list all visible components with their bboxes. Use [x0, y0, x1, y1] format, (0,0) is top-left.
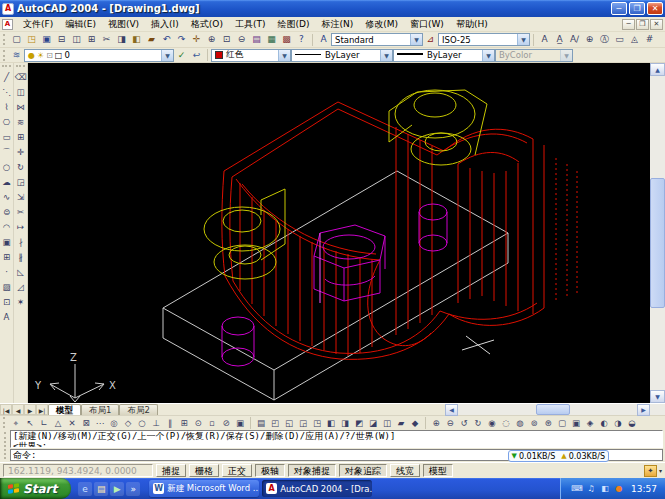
spline-icon[interactable]: ∿ — [0, 190, 13, 205]
menu-format[interactable]: 格式(O) — [185, 17, 229, 32]
plot-icon[interactable]: ⊟ — [54, 33, 69, 46]
array-icon[interactable]: ⊞ — [14, 130, 27, 145]
right-view-icon[interactable]: ◳ — [310, 417, 324, 429]
child-minimize-button[interactable]: ─ — [622, 19, 635, 30]
layer-manager-icon[interactable]: ≋ — [9, 49, 24, 62]
horizontal-scrollbar[interactable]: ◀ ▶ — [445, 404, 650, 415]
3d-orbit-icon[interactable]: ↺ — [457, 417, 471, 429]
polygon-icon[interactable]: ⎔ — [0, 115, 13, 130]
back-clip-icon[interactable]: ⊛ — [541, 417, 555, 429]
menu-help[interactable]: 帮助(H) — [450, 17, 494, 32]
scroll-down-icon[interactable]: ▼ — [650, 390, 665, 403]
layer-combo[interactable]: ● ☀ ⊡ □ 0 ▼ — [24, 49, 174, 62]
toolbar-grip[interactable] — [16, 65, 25, 69]
chevron-down-icon[interactable]: ▼ — [161, 50, 173, 61]
publish-icon[interactable]: ⊞ — [84, 33, 99, 46]
toolbar-grip[interactable] — [3, 34, 7, 45]
redo-icon[interactable]: ↷ — [174, 33, 189, 46]
front-view-icon[interactable]: ◧ — [324, 417, 338, 429]
next-tab-button[interactable]: ▶ — [24, 404, 36, 415]
tab-layout1[interactable]: 布局1 — [81, 404, 119, 415]
chevron-down-icon[interactable]: ▼ — [482, 50, 494, 61]
3d-swivel-icon[interactable]: ◉ — [485, 417, 499, 429]
pan-icon[interactable]: ✛ — [189, 33, 204, 46]
flat-shaded-icon[interactable]: ◐ — [597, 417, 611, 429]
break-icon[interactable]: ∦ — [14, 250, 27, 265]
line-icon[interactable]: ╱ — [0, 70, 13, 85]
vertical-scroll-thumb[interactable] — [650, 178, 665, 308]
open-icon[interactable]: ◳ — [24, 33, 39, 46]
copy-object-icon[interactable]: ◫ — [14, 85, 27, 100]
communication-center-icon[interactable]: ✦ — [644, 465, 657, 477]
text-style-combo[interactable]: Standard ▼ — [331, 33, 423, 46]
trim-icon[interactable]: ✂ — [14, 205, 27, 220]
top-view-icon[interactable]: ◰ — [268, 417, 282, 429]
continuous-orbit-icon[interactable]: ↻ — [471, 417, 485, 429]
toggle-snap[interactable]: 捕捉 — [156, 464, 186, 477]
task-autocad[interactable]: A AutoCAD 2004 - [Dra... — [262, 480, 372, 497]
chamfer-icon[interactable]: ◺ — [14, 265, 27, 280]
paste-icon[interactable]: ◧ — [129, 33, 144, 46]
zoom-realtime-icon[interactable]: ⊕ — [204, 33, 219, 46]
zoom-window-icon[interactable]: ⊡ — [219, 33, 234, 46]
horizontal-scroll-track[interactable] — [458, 404, 637, 415]
minimize-button[interactable]: ─ — [611, 2, 627, 15]
ellipse-arc-icon[interactable]: ◠ — [0, 220, 13, 235]
new-icon[interactable]: ▢ — [9, 33, 24, 46]
toolbar-grip[interactable] — [3, 50, 7, 61]
chevron-down-icon[interactable]: ▼ — [380, 50, 392, 61]
snap-from-icon[interactable]: ↖ — [23, 417, 37, 429]
bottom-view-icon[interactable]: ◱ — [282, 417, 296, 429]
horizontal-scroll-thumb[interactable] — [536, 404, 570, 415]
help-icon[interactable]: ? — [294, 33, 309, 46]
make-block-icon[interactable]: ⊞ — [0, 250, 13, 265]
tab-layout2[interactable]: 布局2 — [119, 404, 157, 415]
snap-parallel-icon[interactable]: ∥ — [163, 417, 177, 429]
move-icon[interactable]: ✛ — [14, 145, 27, 160]
ellipse-icon[interactable]: ⊜ — [0, 205, 13, 220]
tray-caret-icon[interactable]: ▾ — [659, 467, 662, 474]
start-button[interactable]: Start — [0, 478, 71, 499]
lineweight-combo[interactable]: ByLayer ▼ — [393, 49, 495, 62]
left-view-icon[interactable]: ◲ — [296, 417, 310, 429]
make-layer-current-icon[interactable]: ✓ — [174, 49, 189, 62]
media-player-icon[interactable]: ▶ — [110, 482, 124, 496]
toggle-ortho[interactable]: 正交 — [222, 464, 252, 477]
command-window-grip[interactable] — [4, 432, 8, 459]
edit-text-icon[interactable]: A∕ — [567, 33, 582, 46]
gouraud-icon[interactable]: ◑ — [611, 417, 625, 429]
snap-tangent-icon[interactable]: ○ — [135, 417, 149, 429]
snap-insert-icon[interactable]: ⊞ — [177, 417, 191, 429]
extend-icon[interactable]: ↦ — [14, 220, 27, 235]
menu-tools[interactable]: 工具(T) — [229, 17, 272, 32]
quick-launch-chevron-icon[interactable]: » — [126, 482, 140, 496]
vertical-scrollbar[interactable]: ▲ ▼ — [650, 63, 665, 403]
shade-2d-icon[interactable]: ▢ — [555, 417, 569, 429]
menu-draw[interactable]: 绘图(D) — [271, 17, 315, 32]
toggle-osnap[interactable]: 对象捕捉 — [288, 464, 336, 477]
justify-text-icon[interactable]: ◬ — [627, 33, 642, 46]
menu-dimension[interactable]: 标注(N) — [315, 17, 359, 32]
snap-midpoint-icon[interactable]: △ — [51, 417, 65, 429]
toggle-grid[interactable]: 栅格 — [189, 464, 219, 477]
break-point-icon[interactable]: ∤ — [14, 235, 27, 250]
region-icon[interactable]: ⊡ — [0, 295, 13, 310]
snap-perpendicular-icon[interactable]: ⊥ — [149, 417, 163, 429]
snap-quadrant-icon[interactable]: ◇ — [121, 417, 135, 429]
snap-node-icon[interactable]: ⊙ — [191, 417, 205, 429]
network-status-icon[interactable]: ◧ — [599, 484, 611, 493]
toolbar-grip[interactable] — [2, 65, 11, 69]
chevron-down-icon[interactable]: ▼ — [278, 50, 290, 61]
restore-button[interactable]: ❐ — [629, 2, 645, 15]
snap-apparent-icon[interactable]: ⊠ — [79, 417, 93, 429]
explode-icon[interactable]: ✶ — [14, 295, 27, 310]
cut-icon[interactable]: ✂ — [99, 33, 114, 46]
temp-track-icon[interactable]: ⌖ — [9, 417, 23, 429]
dim-style-icon[interactable]: ⊿ — [423, 33, 438, 46]
first-tab-button[interactable]: |◀ — [0, 404, 12, 415]
text-style-icon[interactable]: A — [316, 33, 331, 46]
prev-tab-button[interactable]: ◀ — [12, 404, 24, 415]
chevron-down-icon[interactable]: ▼ — [410, 34, 422, 45]
nw-iso-icon[interactable]: ▰ — [394, 417, 408, 429]
toggle-polar[interactable]: 极轴 — [255, 464, 285, 477]
